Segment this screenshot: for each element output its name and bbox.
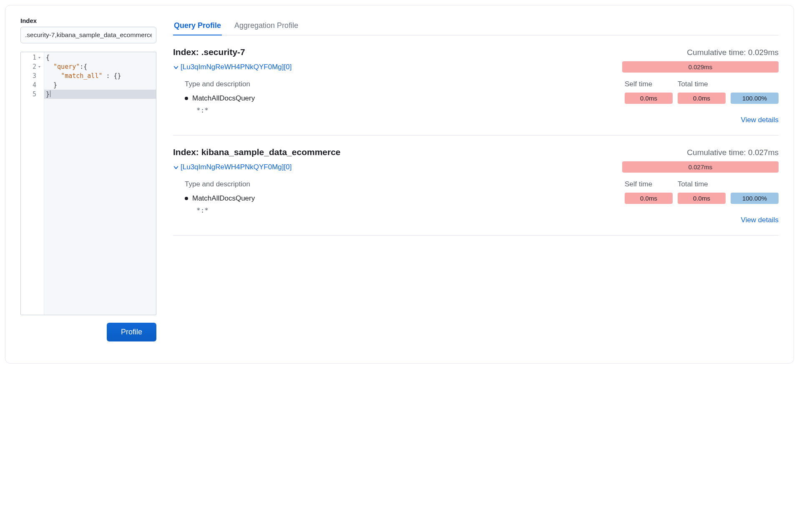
index-title: Index: .security-7	[173, 47, 245, 57]
total-time-pill: 0.0ms	[678, 193, 726, 204]
fold-caret-icon[interactable]	[38, 65, 41, 69]
shard-time-bar: 0.027ms	[622, 161, 779, 173]
query-description: *:*	[173, 104, 779, 114]
editor-gutter: 12345	[21, 52, 44, 315]
self-time-pill: 0.0ms	[625, 93, 673, 104]
bullet-icon	[185, 197, 188, 200]
col-total-time: Total time	[678, 180, 726, 188]
query-row: MatchAllDocsQuery0.0ms0.0ms100.00%	[173, 93, 779, 104]
index-result-block: Index: kibana_sample_data_ecommerceCumul…	[173, 147, 779, 236]
gutter-line: 3	[21, 71, 44, 80]
view-details-link[interactable]: View details	[731, 216, 779, 224]
gutter-line: 5	[21, 90, 44, 99]
index-result-block: Index: .security-7Cumulative time: 0.029…	[173, 47, 779, 136]
shard-id: [Lu3qImNgReWH4PNkQYF0Mg][0]	[181, 63, 291, 71]
profiler-panel: Index 12345 { "query":{ "match_all" : {}…	[5, 5, 794, 364]
tab-aggregation-profile[interactable]: Aggregation Profile	[234, 17, 299, 35]
fold-caret-icon	[38, 83, 41, 87]
gutter-line: 1	[21, 53, 44, 62]
shard-toggle[interactable]: [Lu3qImNgReWH4PNkQYF0Mg][0]	[173, 63, 291, 71]
query-type: MatchAllDocsQuery	[192, 194, 255, 203]
tab-query-profile[interactable]: Query Profile	[173, 17, 222, 35]
query-row: MatchAllDocsQuery0.0ms0.0ms100.00%	[173, 193, 779, 204]
fold-caret-icon	[38, 93, 41, 96]
shard-toggle[interactable]: [Lu3qImNgReWH4PNkQYF0Mg][0]	[173, 163, 291, 171]
total-time-pill: 0.0ms	[678, 93, 726, 104]
col-self-time: Self time	[625, 180, 673, 188]
query-type: MatchAllDocsQuery	[192, 94, 255, 103]
index-title: Index: kibana_sample_data_ecommerce	[173, 147, 341, 157]
right-column: Query Profile Aggregation Profile Index:…	[173, 17, 779, 348]
col-type-desc: Type and description	[185, 180, 620, 188]
col-total-time: Total time	[678, 80, 726, 88]
chevron-down-icon	[173, 64, 179, 70]
bullet-icon	[185, 97, 188, 100]
col-self-time: Self time	[625, 80, 673, 88]
code-line[interactable]: "query":{	[44, 62, 156, 71]
view-details-link[interactable]: View details	[731, 116, 779, 124]
chevron-down-icon	[173, 164, 179, 170]
tabs: Query Profile Aggregation Profile	[173, 17, 779, 35]
cumulative-time: Cumulative time: 0.029ms	[687, 48, 779, 57]
gutter-line: 4	[21, 80, 44, 90]
cumulative-time: Cumulative time: 0.027ms	[687, 148, 779, 157]
percent-pill: 100.00%	[731, 193, 779, 204]
query-editor[interactable]: 12345 { "query":{ "match_all" : {} }}	[20, 52, 156, 315]
index-label: Index	[20, 17, 156, 24]
code-line[interactable]: {	[44, 53, 156, 62]
gutter-line: 2	[21, 62, 44, 71]
shard-time-bar: 0.029ms	[622, 61, 779, 73]
code-line[interactable]: }	[44, 80, 156, 90]
percent-pill: 100.00%	[731, 93, 779, 104]
query-description: *:*	[173, 204, 779, 214]
code-line[interactable]: "match_all" : {}	[44, 71, 156, 80]
fold-caret-icon[interactable]	[38, 56, 41, 60]
col-type-desc: Type and description	[185, 80, 620, 88]
self-time-pill: 0.0ms	[625, 193, 673, 204]
fold-caret-icon	[38, 74, 41, 78]
editor-code[interactable]: { "query":{ "match_all" : {} }}	[44, 52, 156, 315]
profile-button[interactable]: Profile	[107, 323, 156, 341]
shard-id: [Lu3qImNgReWH4PNkQYF0Mg][0]	[181, 163, 291, 171]
index-input[interactable]	[20, 27, 156, 43]
left-column: Index 12345 { "query":{ "match_all" : {}…	[20, 17, 156, 348]
code-line[interactable]: }	[44, 90, 156, 99]
